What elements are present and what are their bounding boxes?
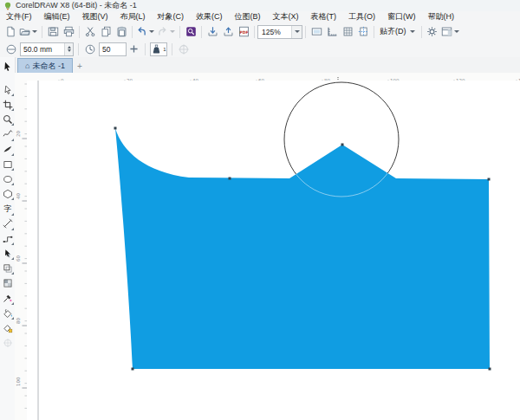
nib-size-spinner[interactable] xyxy=(64,43,73,55)
cut-icon xyxy=(85,26,96,37)
chevron-down-icon xyxy=(32,30,37,33)
chevron-down-icon xyxy=(170,30,175,33)
menu-help[interactable]: 帮助(H) xyxy=(422,11,461,23)
vertical-ruler[interactable]: 20406080100 xyxy=(15,81,28,420)
contour-tool[interactable] xyxy=(1,262,14,275)
cut-button[interactable] xyxy=(82,24,98,40)
zoom-tool[interactable] xyxy=(1,113,14,126)
shape-node[interactable] xyxy=(341,144,344,146)
chevron-down-icon xyxy=(410,30,415,33)
svg-text:40: 40 xyxy=(16,193,21,199)
pen-pressure-button[interactable]: 1 xyxy=(150,42,167,56)
paste-button[interactable] xyxy=(114,24,129,40)
save-button[interactable] xyxy=(45,24,61,40)
options-icon xyxy=(426,26,438,37)
nib-shape-icon[interactable] xyxy=(4,42,18,56)
text-tool[interactable] xyxy=(1,203,14,216)
rectangle-tool[interactable] xyxy=(1,158,14,171)
shape-node[interactable] xyxy=(488,178,491,181)
search-content-button[interactable] xyxy=(183,24,198,40)
import-icon xyxy=(207,26,218,37)
copy-button[interactable] xyxy=(98,24,114,40)
show-guidelines-button[interactable] xyxy=(355,24,371,40)
chevron-down-icon xyxy=(295,30,300,33)
shape-node[interactable] xyxy=(229,178,231,180)
document-tab-label: 未命名 -1 xyxy=(32,61,65,72)
spinner-down-icon[interactable] xyxy=(68,49,71,52)
new-document-button[interactable] xyxy=(3,24,18,40)
transparency-tool-icon xyxy=(3,278,13,288)
shape-node[interactable] xyxy=(114,127,117,130)
nib-size-input[interactable] xyxy=(21,44,64,55)
connector-tool[interactable] xyxy=(1,232,14,245)
artistic-media-tool[interactable] xyxy=(1,143,14,156)
open-button[interactable] xyxy=(18,24,39,40)
menu-layout[interactable]: 布局(L) xyxy=(114,11,152,23)
spinner-up-icon[interactable] xyxy=(68,46,71,48)
show-grid-button[interactable] xyxy=(340,24,355,40)
polygon-tool[interactable] xyxy=(1,187,14,200)
import-button[interactable] xyxy=(205,24,220,40)
standard-toolbar: 125%贴齐(D) xyxy=(0,23,520,42)
rate-icon[interactable] xyxy=(83,42,97,56)
blue-curve-shape[interactable] xyxy=(115,128,490,369)
shape-tool[interactable] xyxy=(1,83,14,96)
smart-fill-tool[interactable] xyxy=(1,321,14,334)
edit-anchor-tool xyxy=(1,336,14,349)
rate-input[interactable] xyxy=(100,44,126,55)
show-rulers-icon xyxy=(327,26,338,37)
flyout-indicator-icon xyxy=(11,165,14,171)
application-launcher-button[interactable] xyxy=(440,24,461,40)
publish-pdf-button[interactable] xyxy=(236,24,251,40)
ellipse-tool[interactable] xyxy=(1,172,14,185)
menu-view[interactable]: 视图(V) xyxy=(76,11,114,23)
new-document-tab-button[interactable]: + xyxy=(73,59,87,73)
full-screen-preview-icon xyxy=(311,26,322,37)
menu-tools[interactable]: 工具(O) xyxy=(342,11,381,23)
menu-file[interactable]: 文件(F) xyxy=(0,11,38,23)
color-eyedropper-tool[interactable] xyxy=(1,292,14,305)
export-button[interactable] xyxy=(220,24,236,40)
shape-node[interactable] xyxy=(132,368,134,371)
print-button[interactable] xyxy=(61,24,76,40)
full-screen-preview-button[interactable] xyxy=(309,24,324,40)
undo-button[interactable] xyxy=(135,24,156,40)
toolbar-separator xyxy=(42,26,42,38)
dimension-tool[interactable] xyxy=(1,217,14,230)
menu-effects[interactable]: 效果(C) xyxy=(190,11,229,23)
freehand-tool[interactable] xyxy=(1,128,14,141)
save-icon xyxy=(48,26,59,37)
redo-button xyxy=(156,24,177,40)
menu-window[interactable]: 窗口(W) xyxy=(381,11,422,23)
interactive-fill-tool[interactable] xyxy=(1,307,14,320)
pick-tool[interactable] xyxy=(1,60,14,73)
crop-tool[interactable] xyxy=(1,98,14,111)
coreldraw-window: CorelDRAW X8 (64-Bit) - 未命名 -1 文件(F)编辑(E… xyxy=(0,0,520,420)
flyout-indicator-icon xyxy=(11,136,14,141)
menu-bar: 文件(F)编辑(E)视图(V)布局(L)对象(C)效果(C)位图(B)文本(X)… xyxy=(0,11,520,23)
drop-shadow-tool[interactable] xyxy=(1,247,14,260)
menu-object[interactable]: 对象(C) xyxy=(152,11,191,23)
show-rulers-button[interactable] xyxy=(324,24,340,40)
menu-text[interactable]: 文本(X) xyxy=(267,11,305,23)
flyout-indicator-icon xyxy=(11,314,14,320)
property-bar: 1 xyxy=(0,41,520,58)
flyout-indicator-icon xyxy=(11,269,14,275)
drawing-canvas[interactable] xyxy=(27,81,520,420)
svg-text:80: 80 xyxy=(16,318,21,324)
snap-to-button[interactable]: 贴齐(D) xyxy=(377,24,419,40)
menu-bitmaps[interactable]: 位图(B) xyxy=(229,11,267,23)
transparency-tool[interactable] xyxy=(1,277,14,290)
increase-value-button[interactable] xyxy=(127,42,140,56)
options-button[interactable] xyxy=(425,24,440,40)
menu-table[interactable]: 表格(T) xyxy=(305,11,343,23)
zoom-level-dropdown-button[interactable] xyxy=(291,26,302,38)
zoom-level-combo[interactable]: 125% xyxy=(257,25,302,39)
snap-to-label: 贴齐(D) xyxy=(380,26,406,37)
document-tab[interactable]: ⌂ 未命名 -1 xyxy=(17,58,73,73)
shape-node[interactable] xyxy=(489,368,491,371)
flyout-indicator-icon xyxy=(11,210,14,216)
svg-text:20: 20 xyxy=(16,131,21,137)
toolbox xyxy=(0,57,16,420)
menu-edit[interactable]: 编辑(E) xyxy=(38,11,76,23)
